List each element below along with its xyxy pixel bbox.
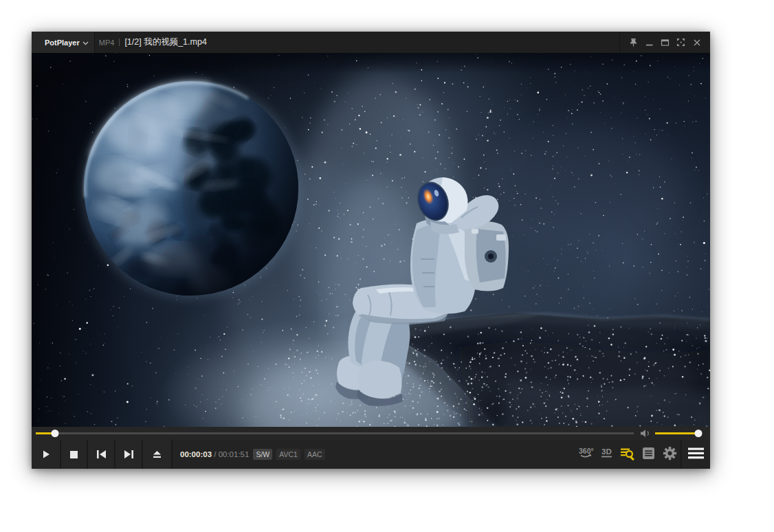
svg-text:360°: 360° (579, 447, 594, 455)
svg-text:3D: 3D (601, 447, 612, 456)
